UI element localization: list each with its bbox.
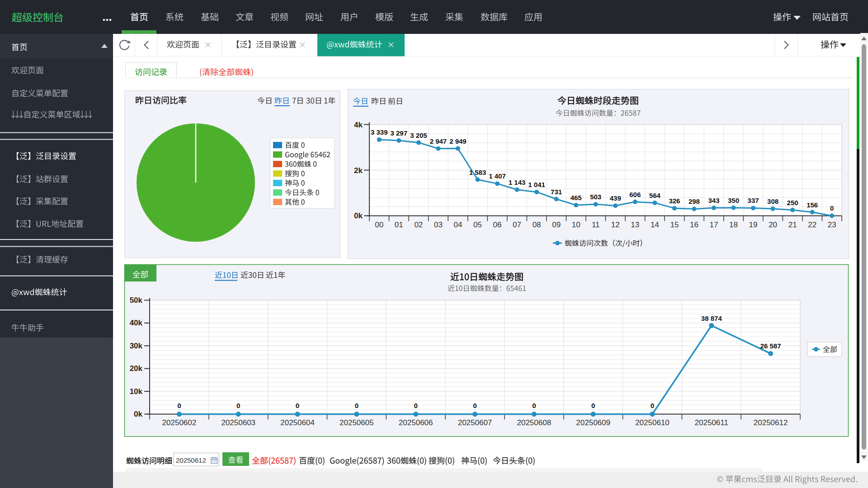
svg-text:0k: 0k xyxy=(354,211,363,220)
svg-text:298: 298 xyxy=(689,197,700,205)
svg-text:20250609: 20250609 xyxy=(576,418,610,427)
svg-text:0: 0 xyxy=(651,402,654,409)
svg-text:0: 0 xyxy=(532,402,536,409)
svg-text:0: 0 xyxy=(355,402,359,409)
svg-text:20250606: 20250606 xyxy=(399,418,433,427)
svg-text:2 947: 2 947 xyxy=(430,137,447,145)
svg-text:12: 12 xyxy=(611,221,620,229)
svg-text:20250612: 20250612 xyxy=(754,418,788,427)
svg-text:38 874: 38 874 xyxy=(701,314,722,322)
svg-text:10k: 10k xyxy=(130,387,143,396)
svg-text:465: 465 xyxy=(571,194,582,202)
svg-text:02: 02 xyxy=(414,221,423,229)
svg-text:0: 0 xyxy=(296,402,299,409)
svg-text:17: 17 xyxy=(710,221,718,229)
svg-text:40k: 40k xyxy=(130,319,143,327)
svg-text:731: 731 xyxy=(551,188,562,196)
svg-text:00: 00 xyxy=(375,221,383,229)
svg-text:0: 0 xyxy=(414,402,418,409)
svg-text:3 205: 3 205 xyxy=(410,131,427,139)
svg-text:18: 18 xyxy=(729,221,738,229)
svg-text:03: 03 xyxy=(434,221,443,229)
svg-text:3 339: 3 339 xyxy=(371,128,388,136)
svg-text:4k: 4k xyxy=(354,121,363,129)
svg-text:20250612: 20250612 xyxy=(176,456,206,464)
svg-text:30k: 30k xyxy=(130,342,143,350)
svg-text:26 587: 26 587 xyxy=(760,342,781,350)
svg-text:22: 22 xyxy=(808,221,816,229)
svg-text:1 583: 1 583 xyxy=(469,169,486,176)
svg-text:503: 503 xyxy=(590,193,601,201)
svg-text:0: 0 xyxy=(830,204,834,212)
svg-text:20: 20 xyxy=(769,221,777,229)
svg-text:0: 0 xyxy=(591,402,595,409)
svg-text:350: 350 xyxy=(728,197,739,204)
svg-text:20250608: 20250608 xyxy=(517,418,551,427)
svg-text:0k: 0k xyxy=(134,410,142,418)
svg-text:13: 13 xyxy=(631,221,639,229)
svg-text:16: 16 xyxy=(690,221,698,229)
svg-text:20250604: 20250604 xyxy=(280,418,315,427)
svg-text:06: 06 xyxy=(493,221,502,229)
svg-text:15: 15 xyxy=(670,221,679,229)
svg-text:50k: 50k xyxy=(130,296,143,305)
svg-text:606: 606 xyxy=(629,191,641,198)
svg-text:08: 08 xyxy=(533,221,541,229)
svg-text:20250607: 20250607 xyxy=(458,418,492,427)
svg-text:0: 0 xyxy=(236,402,240,409)
svg-text:20250610: 20250610 xyxy=(635,418,670,427)
svg-text:250: 250 xyxy=(787,199,798,206)
svg-text:2k: 2k xyxy=(354,166,363,175)
svg-text:1 407: 1 407 xyxy=(489,172,506,180)
svg-text:20250603: 20250603 xyxy=(221,418,255,427)
svg-text:0: 0 xyxy=(177,402,181,409)
svg-text:343: 343 xyxy=(708,197,719,204)
svg-text:07: 07 xyxy=(513,221,521,229)
svg-text:20250611: 20250611 xyxy=(695,418,728,427)
svg-text:14: 14 xyxy=(651,221,659,229)
svg-text:20k: 20k xyxy=(130,364,143,373)
svg-text:20250605: 20250605 xyxy=(340,418,374,427)
svg-text:3 297: 3 297 xyxy=(391,129,408,137)
svg-text:1 041: 1 041 xyxy=(528,181,545,188)
svg-text:11: 11 xyxy=(592,221,600,229)
svg-text:156: 156 xyxy=(807,201,818,209)
svg-text:01: 01 xyxy=(395,221,403,229)
svg-text:439: 439 xyxy=(610,194,621,202)
svg-text:10: 10 xyxy=(572,221,580,229)
svg-text:05: 05 xyxy=(473,221,482,229)
svg-text:20250602: 20250602 xyxy=(162,418,197,427)
svg-text:04: 04 xyxy=(453,221,462,229)
svg-text:23: 23 xyxy=(828,221,836,229)
svg-text:337: 337 xyxy=(748,197,759,204)
svg-text:1 143: 1 143 xyxy=(509,178,526,186)
svg-text:2 949: 2 949 xyxy=(449,137,467,145)
svg-text:19: 19 xyxy=(749,221,758,229)
svg-text:21: 21 xyxy=(788,221,797,229)
svg-text:0: 0 xyxy=(473,402,476,409)
svg-text:564: 564 xyxy=(649,192,661,199)
svg-text:09: 09 xyxy=(552,221,561,229)
svg-text:308: 308 xyxy=(767,197,778,205)
svg-text:326: 326 xyxy=(669,197,680,205)
